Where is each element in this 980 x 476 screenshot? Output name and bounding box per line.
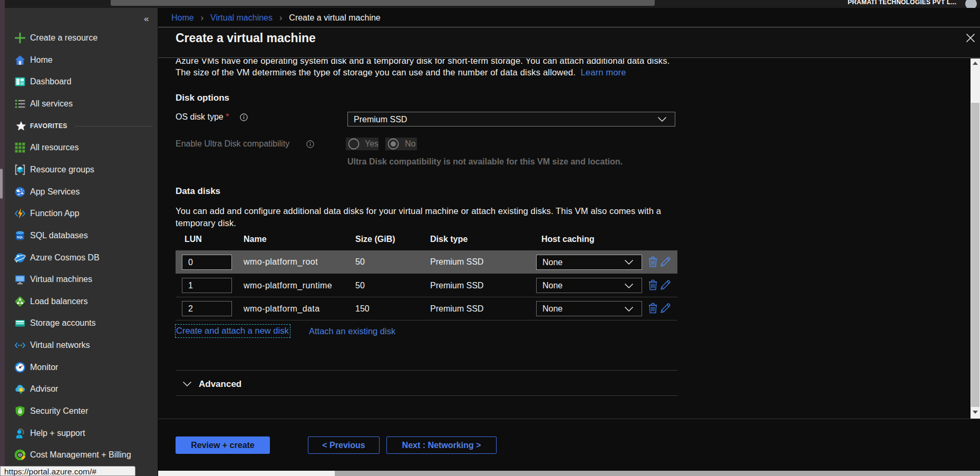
svg-text:SQL: SQL [17,235,24,239]
svg-text:$: $ [19,453,21,458]
